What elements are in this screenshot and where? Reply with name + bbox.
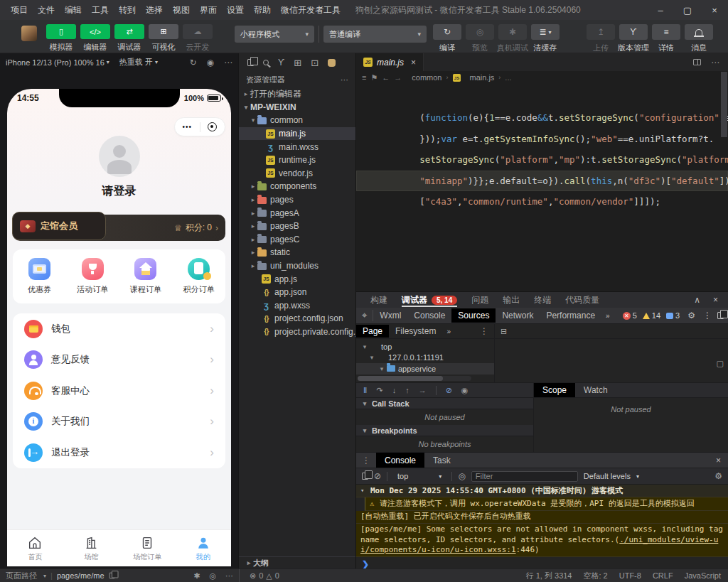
hot-reload-select[interactable]: 热重载 开 ▾: [119, 57, 158, 68]
mode-select[interactable]: 小程序模式 ▾: [235, 26, 314, 43]
editor-tab[interactable]: main.js ×: [356, 53, 424, 71]
eol-setting[interactable]: CRLF: [653, 571, 673, 580]
source-control-icon[interactable]: ϒ: [278, 58, 284, 68]
call-stack-header[interactable]: Call Stack: [356, 398, 533, 409]
sources-nav-tab[interactable]: Filesystem: [389, 325, 442, 338]
action-button[interactable]: ✱ 真机调试: [496, 24, 529, 53]
action-button[interactable]: 消息: [682, 24, 715, 53]
menu-item[interactable]: 工具: [87, 4, 114, 16]
list-item[interactable]: 退出登录 ›: [16, 437, 223, 468]
console-sidebar-icon[interactable]: [362, 473, 368, 480]
panel-toggle[interactable]: </> 编辑器: [78, 24, 112, 53]
menu-item[interactable]: 设置: [222, 4, 249, 16]
sources-nav-tab[interactable]: Page: [356, 325, 389, 338]
panel-tab[interactable]: 调试器 5, 14: [395, 292, 464, 308]
tabbar-item[interactable]: 我的: [175, 530, 231, 566]
tree-item[interactable]: pagesA: [239, 206, 355, 220]
close-icon[interactable]: ×: [709, 453, 728, 468]
console-tab[interactable]: Console: [376, 453, 424, 468]
preview-icon[interactable]: ⊡: [311, 58, 318, 68]
editor-scrollbar[interactable]: [721, 72, 727, 291]
breakpoints-header[interactable]: Breakpoints: [356, 425, 533, 436]
problems-summary[interactable]: ⊗ 0 △ 0: [239, 569, 279, 582]
panel-toggle[interactable]: ⇄ 调试器: [112, 24, 146, 53]
hand-icon[interactable]: [328, 59, 336, 67]
context-select[interactable]: top ▾: [393, 472, 446, 480]
action-button[interactable]: ≣ ▾ 清缓存: [529, 24, 562, 53]
order-shortcut[interactable]: 课程订单: [119, 258, 173, 295]
toggle-navigator-icon[interactable]: ⊟: [495, 327, 513, 336]
tree-item[interactable]: vendor.js: [239, 167, 355, 180]
sources-tree-item[interactable]: top: [356, 341, 494, 352]
tree-item[interactable]: main.wxss: [239, 140, 355, 153]
order-shortcut[interactable]: 活动订单: [66, 258, 119, 295]
minimize-button[interactable]: –: [647, 5, 674, 16]
capsule-close-icon[interactable]: [200, 122, 225, 131]
gear-icon[interactable]: ⚙: [685, 311, 697, 320]
step-into-icon[interactable]: ↓: [392, 386, 397, 394]
deactivate-breakpoints-icon[interactable]: ⊘: [446, 386, 452, 395]
levels-select[interactable]: Default levels ▾: [584, 472, 639, 480]
clear-console-icon[interactable]: ⊘: [374, 471, 381, 481]
more-icon[interactable]: •••: [175, 123, 200, 131]
pause-icon[interactable]: Ⅱ: [363, 386, 367, 395]
list-item[interactable]: 客服中心 ›: [16, 375, 223, 406]
close-button[interactable]: ×: [701, 5, 728, 16]
search-icon[interactable]: [263, 60, 269, 65]
page-path-value[interactable]: pages/me/me: [57, 571, 105, 580]
close-icon[interactable]: ×: [411, 58, 416, 68]
filter-input[interactable]: [471, 471, 578, 482]
list-item[interactable]: 钱包 ›: [16, 313, 223, 345]
console-message[interactable]: ⚠ 请注意游客模式下，调用 wx.operateWXData 是受限的，API …: [365, 497, 728, 510]
menu-item[interactable]: 帮助: [249, 4, 276, 16]
tree-item[interactable]: MP-WEIXIN: [239, 101, 355, 114]
console-tab[interactable]: Task: [424, 453, 459, 468]
menu-item[interactable]: 视图: [168, 4, 195, 16]
pause-on-exceptions-icon[interactable]: ◉: [461, 386, 469, 395]
message-count[interactable]: 3: [666, 311, 680, 320]
panel-tab[interactable]: 终端: [527, 292, 558, 308]
warning-count[interactable]: 14: [643, 311, 660, 320]
kebab-icon[interactable]: ⋮: [356, 453, 376, 468]
tree-item[interactable]: project.config.json: [239, 312, 355, 325]
kebab-icon[interactable]: ⋮: [703, 311, 712, 320]
compile-mode-select[interactable]: 普通编译 ▾: [323, 26, 427, 43]
code-area[interactable]: (function(e){1==e.code&&t.setStorageSync…: [356, 84, 728, 191]
language-mode[interactable]: JavaScript: [685, 571, 721, 580]
user-avatar-placeholder[interactable]: [99, 136, 140, 177]
action-button[interactable]: ◎ 预览: [464, 24, 496, 53]
refresh-icon[interactable]: ↻: [189, 58, 196, 68]
step-out-icon[interactable]: ↑: [405, 386, 410, 394]
cursor-position[interactable]: 行 1, 列 3314: [526, 571, 572, 581]
step-over-icon[interactable]: ↷: [376, 386, 382, 395]
devtools-tab[interactable]: Wxml: [373, 308, 407, 323]
collapse-icon[interactable]: ∧: [694, 295, 700, 305]
panel-icon[interactable]: ▢: [717, 359, 724, 368]
page-path-label[interactable]: 页面路径: [6, 571, 37, 581]
back-icon[interactable]: ←: [382, 73, 390, 82]
menu-item[interactable]: 转到: [114, 4, 141, 16]
breadcrumb-folder[interactable]: common: [412, 73, 441, 82]
breadcrumb-file[interactable]: main.js: [469, 73, 494, 82]
encoding[interactable]: UTF-8: [619, 571, 641, 580]
maximize-button[interactable]: ▢: [674, 5, 701, 16]
more-tabs-icon[interactable]: »: [601, 312, 614, 320]
tree-item[interactable]: app.wxss: [239, 299, 355, 313]
panel-tab[interactable]: 代码质量: [558, 292, 606, 308]
action-button[interactable]: ϒ 版本管理: [617, 24, 650, 53]
menu-item[interactable]: 编辑: [60, 4, 87, 16]
more-tabs-icon[interactable]: »: [442, 328, 455, 335]
console-message[interactable]: ▾ Mon Dec 29 2025 14:55:40 GMT+0800 (中国标…: [356, 485, 728, 497]
login-prompt[interactable]: 请登录: [7, 184, 231, 199]
panel-toggle[interactable]: ⊞ 可视化: [146, 24, 181, 53]
tree-item[interactable]: uni_modules: [239, 259, 355, 273]
tree-item[interactable]: static: [239, 246, 355, 259]
list-icon[interactable]: ≡: [362, 73, 366, 82]
menu-item[interactable]: 项目: [6, 4, 33, 16]
console-message[interactable]: [自动热重载] 已开启代码文件保存后自动热重载: [356, 511, 728, 524]
sources-tree-item[interactable]: 127.0.0.1:11191: [356, 352, 494, 364]
devtools-tab[interactable]: Network: [496, 308, 540, 323]
panel-toggle[interactable]: ▯ 模拟器: [44, 24, 78, 53]
tree-item[interactable]: main.js: [239, 127, 355, 141]
tree-item[interactable]: pagesB: [239, 220, 355, 233]
